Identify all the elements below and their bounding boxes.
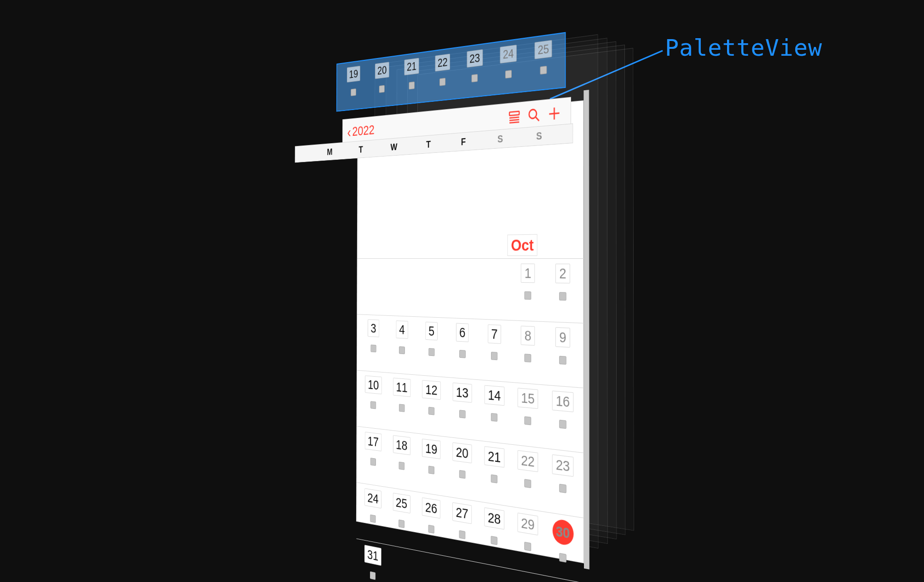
month-grid[interactable]: 1234567891011121314151617181920212223242… — [356, 258, 584, 582]
event-dot — [540, 66, 547, 75]
day-cell[interactable]: 29 — [511, 512, 545, 554]
palette-day-cell[interactable]: 20 — [372, 61, 393, 93]
palette-day-cell[interactable]: 22 — [431, 53, 454, 87]
weekday-label: T — [426, 139, 431, 150]
day-number: 15 — [518, 388, 538, 409]
day-cell[interactable]: 24 — [359, 487, 387, 525]
day-number: 23 — [552, 454, 574, 477]
svg-line-3 — [509, 120, 519, 121]
day-cell[interactable]: 7 — [478, 324, 511, 361]
view-mode-button[interactable] — [505, 110, 524, 124]
day-number: 21 — [485, 446, 504, 468]
day-cell[interactable]: 31 — [359, 544, 387, 582]
event-dot — [459, 530, 465, 539]
event-dot — [525, 354, 531, 362]
day-cell[interactable]: 14 — [478, 384, 511, 423]
day-cell[interactable]: 6 — [447, 323, 478, 359]
day-number: 6 — [456, 323, 469, 342]
weekday-label: F — [461, 136, 466, 147]
day-cell — [360, 263, 388, 281]
day-number: 7 — [488, 324, 501, 343]
day-cell[interactable]: 9 — [545, 327, 581, 366]
day-cell[interactable]: 13 — [447, 382, 478, 420]
event-dot — [491, 474, 497, 483]
event-dot — [370, 514, 375, 523]
month-label: Oct — [508, 234, 537, 256]
event-dot — [525, 291, 531, 300]
day-cell[interactable]: 18 — [387, 435, 416, 472]
palette-view[interactable]: 19202122232425 — [336, 32, 566, 112]
day-cell[interactable]: 16 — [545, 390, 581, 430]
back-button[interactable]: ‹ 2022 — [347, 122, 375, 140]
event-dot — [399, 346, 405, 354]
day-number: 1 — [521, 263, 535, 283]
palette-day-cell[interactable]: 23 — [463, 49, 486, 83]
day-number: 25 — [393, 493, 410, 513]
day-number: 29 — [518, 512, 538, 535]
day-cell[interactable]: 30 — [545, 517, 581, 565]
day-number: 3 — [368, 319, 379, 337]
day-number: 2 — [555, 264, 570, 284]
day-cell — [388, 263, 417, 281]
event-dot — [409, 81, 415, 89]
day-number: 19 — [422, 439, 440, 459]
day-number: 16 — [552, 390, 574, 412]
day-cell[interactable]: 20 — [446, 442, 478, 481]
day-cell[interactable]: 12 — [416, 379, 447, 416]
svg-point-5 — [529, 109, 537, 119]
year-label: 2022 — [352, 122, 374, 139]
day-cell[interactable]: 5 — [416, 321, 447, 357]
day-number: 28 — [485, 507, 504, 530]
event-dot — [491, 536, 497, 545]
day-cell — [446, 561, 478, 582]
event-dot — [491, 413, 497, 422]
day-cell[interactable]: 26 — [416, 496, 446, 535]
day-cell — [447, 263, 478, 283]
day-cell[interactable]: 22 — [511, 449, 545, 490]
day-cell[interactable]: 8 — [511, 326, 545, 363]
search-button[interactable] — [524, 107, 544, 123]
palette-day-cell[interactable]: 24 — [496, 44, 520, 80]
svg-rect-1 — [509, 111, 519, 116]
day-number: 24 — [364, 488, 381, 508]
event-dot — [370, 571, 375, 580]
day-cell — [387, 549, 416, 574]
day-cell[interactable]: 3 — [359, 319, 387, 353]
add-button[interactable] — [544, 105, 564, 122]
palette-day-number: 21 — [404, 58, 419, 76]
day-cell[interactable]: 1 — [511, 263, 545, 300]
day-cell[interactable]: 2 — [545, 264, 581, 301]
calendar-view: Oct 123456789101112131415161718192021222… — [356, 100, 584, 564]
weekday-label: M — [327, 146, 332, 157]
svg-line-6 — [536, 117, 539, 121]
weekday-label: T — [359, 144, 363, 155]
day-number: 14 — [485, 385, 504, 406]
day-number: 27 — [452, 502, 472, 524]
day-cell[interactable]: 4 — [387, 320, 416, 355]
day-cell[interactable]: 19 — [416, 438, 447, 476]
day-cell[interactable]: 27 — [446, 501, 478, 541]
day-cell[interactable]: 28 — [478, 506, 511, 547]
event-dot — [370, 458, 376, 466]
week-row: 12 — [357, 258, 584, 323]
palette-day-cell[interactable]: 19 — [344, 65, 364, 97]
palette-day-cell[interactable]: 25 — [531, 40, 556, 76]
event-dot — [525, 479, 531, 488]
day-cell[interactable]: 21 — [478, 445, 511, 485]
palette-day-number: 19 — [347, 66, 360, 82]
day-cell[interactable]: 15 — [511, 387, 545, 426]
event-dot — [399, 404, 405, 412]
day-number: 9 — [555, 327, 570, 348]
event-dot — [398, 462, 404, 470]
day-cell[interactable]: 10 — [359, 375, 387, 410]
day-cell[interactable]: 11 — [387, 377, 416, 413]
day-cell[interactable]: 17 — [359, 431, 387, 467]
day-cell[interactable]: 23 — [545, 454, 581, 495]
day-cell[interactable]: 25 — [387, 492, 416, 530]
palette-day-cell[interactable]: 21 — [401, 58, 422, 91]
event-dot — [472, 74, 478, 82]
event-dot — [559, 356, 566, 365]
weekday-label: S — [536, 130, 542, 142]
svg-line-4 — [509, 122, 519, 123]
event-dot — [379, 85, 385, 93]
